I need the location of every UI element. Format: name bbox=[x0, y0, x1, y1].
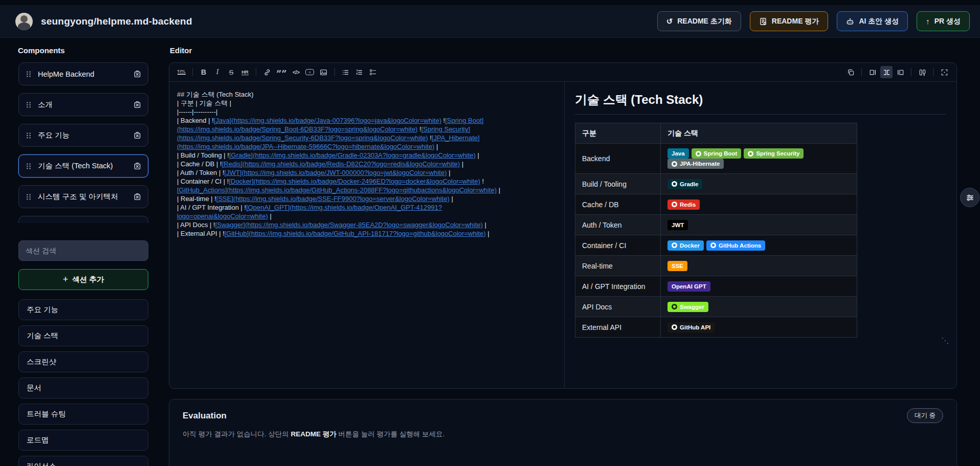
table-row: API Docs Swagger bbox=[575, 297, 857, 317]
layout-split-icon bbox=[883, 69, 890, 76]
bullet-list-button[interactable] bbox=[340, 66, 352, 78]
page-title: seungyong/helpme.md-backend bbox=[41, 16, 192, 27]
ordered-list-button[interactable] bbox=[353, 66, 366, 78]
drag-handle-icon[interactable] bbox=[26, 132, 32, 139]
table-row: Build / Tooling Gradle bbox=[575, 174, 857, 194]
horizontal-rule-button[interactable]: HR bbox=[239, 66, 251, 78]
template-item-label: 문서 bbox=[27, 383, 41, 393]
badge-java: Java bbox=[667, 148, 689, 159]
category-cell: Backend bbox=[575, 144, 661, 174]
table-row: External API GitHub API bbox=[575, 317, 857, 338]
bullet-list-icon bbox=[342, 69, 349, 76]
redis-icon bbox=[672, 202, 677, 207]
markdown-line: | API Docs | ![Swagger](https://img.shie… bbox=[177, 220, 556, 229]
badge-button[interactable]: = bbox=[304, 66, 316, 78]
code-button[interactable]: </> bbox=[290, 66, 302, 78]
layout-editor-only-button[interactable] bbox=[866, 66, 879, 78]
delete-section-icon[interactable] bbox=[133, 70, 142, 78]
template-item-label: 스크린샷 bbox=[27, 357, 56, 367]
editor-toolbar: TITL B I S HR ”” </> = bbox=[169, 63, 956, 82]
components-sidebar: Components HelpMe Backend 소개 bbox=[10, 38, 158, 466]
markdown-editor[interactable]: ## 기술 스택 (Tech Stack)| 구분 | 기술 스택 ||----… bbox=[169, 82, 564, 389]
badges-cell: GitHub API bbox=[661, 317, 857, 338]
badges-cell: JWT bbox=[661, 215, 857, 235]
delete-section-icon[interactable] bbox=[133, 192, 142, 201]
layout-split-button[interactable] bbox=[880, 66, 893, 78]
section-item[interactable]: 시스템 구조 및 아키텍처 bbox=[18, 185, 148, 208]
create-pr-button[interactable]: ↑ PR 생성 bbox=[917, 11, 970, 31]
template-item[interactable]: 문서 bbox=[18, 378, 148, 398]
preview-heading: 기술 스택 (Tech Stack) bbox=[575, 89, 946, 115]
section-item[interactable]: 소개 bbox=[18, 93, 148, 116]
header-actions: ↺ README 초기화 README 평가 AI 초안 생성 bbox=[657, 11, 970, 31]
swagger-icon bbox=[672, 304, 677, 309]
template-item[interactable]: 트러블 슈팅 bbox=[18, 404, 148, 425]
drag-handle-icon[interactable] bbox=[26, 193, 32, 201]
table-row: Cache / DB Redis bbox=[575, 194, 857, 215]
section-item[interactable]: 주요 기능 bbox=[18, 124, 148, 147]
badge-github-api: GitHub API bbox=[667, 322, 715, 332]
document-check-icon bbox=[759, 17, 767, 26]
drag-handle-icon[interactable] bbox=[26, 163, 32, 170]
resize-handle[interactable]: ⋱ bbox=[941, 336, 950, 345]
drag-handle-icon[interactable] bbox=[26, 71, 32, 78]
add-section-button[interactable]: + 섹션 추가 bbox=[18, 269, 148, 290]
settings-fab[interactable] bbox=[960, 188, 979, 207]
template-item[interactable]: 로드맵 bbox=[18, 430, 148, 451]
heading-button[interactable]: TITL bbox=[175, 66, 188, 78]
copy-button[interactable] bbox=[844, 66, 857, 78]
docker-icon bbox=[672, 242, 677, 248]
arrow-up-icon: ↑ bbox=[926, 17, 930, 25]
markdown-line: | External API | ![GitHub](https://img.s… bbox=[177, 229, 556, 238]
markdown-line: [GitHub_Actions](https://img.shields.io/… bbox=[177, 186, 556, 194]
task-list-button[interactable] bbox=[367, 66, 380, 78]
markdown-line: | Backend | ![Java](https://img.shields.… bbox=[177, 116, 556, 125]
readme-reset-button[interactable]: ↺ README 초기화 bbox=[657, 11, 741, 31]
link-button[interactable] bbox=[261, 66, 273, 78]
template-item[interactable]: 라이선스 bbox=[18, 456, 148, 466]
markdown-line: | 구분 | 기술 스택 | bbox=[177, 99, 556, 107]
badges-cell: DockerGitHub Actions bbox=[661, 235, 857, 256]
badges-cell: SSE bbox=[661, 256, 857, 276]
scroll-sync-button[interactable] bbox=[916, 66, 928, 78]
gradle-icon bbox=[672, 181, 677, 187]
toolbar-divider bbox=[911, 68, 911, 76]
markdown-line: (https://img.shields.io/badge/JPA--Hiber… bbox=[177, 142, 556, 151]
bold-button[interactable]: B bbox=[197, 66, 210, 78]
section-item[interactable]: HelpMe Backend bbox=[18, 62, 148, 85]
toolbar-divider bbox=[256, 68, 256, 76]
category-cell: Real-time bbox=[575, 256, 661, 276]
badges-cell: Redis bbox=[661, 194, 857, 215]
ai-draft-button[interactable]: AI 초안 생성 bbox=[837, 11, 908, 31]
readme-evaluate-button[interactable]: README 평가 bbox=[750, 11, 829, 31]
evaluation-panel: Evaluation 대기 중 아직 평가 결과가 없습니다. 상단의 READ… bbox=[169, 399, 957, 466]
hibernate-icon bbox=[672, 161, 677, 167]
italic-button[interactable]: I bbox=[211, 66, 224, 78]
section-item[interactable]: 기술 스택 (Tech Stack) bbox=[18, 154, 148, 177]
section-item-label: 기술 스택 (Tech Stack) bbox=[38, 161, 113, 171]
delete-section-icon[interactable] bbox=[133, 131, 142, 140]
markdown-line: | AI / GPT Integration | ![OpenAI_GPT](h… bbox=[177, 203, 556, 212]
strikethrough-button[interactable]: S bbox=[225, 66, 237, 78]
avatar bbox=[15, 13, 33, 30]
template-item[interactable]: 주요 기능 bbox=[18, 299, 148, 320]
layout-preview-only-button[interactable] bbox=[894, 66, 906, 78]
template-item[interactable]: 기술 스택 bbox=[18, 325, 148, 346]
template-item[interactable]: 스크린샷 bbox=[18, 351, 148, 372]
markdown-line: | Cache / DB | ![Redis](https://img.shie… bbox=[177, 160, 556, 168]
section-item-partial[interactable] bbox=[18, 216, 148, 223]
tech-stack-table: 구분 기술 스택 Backend JavaSpring BootSpring S… bbox=[575, 123, 857, 338]
fullscreen-button[interactable] bbox=[938, 66, 950, 78]
section-item-label: 시스템 구조 및 아키텍처 bbox=[38, 192, 118, 202]
quote-button[interactable]: ”” bbox=[275, 66, 288, 78]
delete-section-icon[interactable] bbox=[133, 162, 142, 170]
layout-preview-icon bbox=[897, 69, 904, 76]
image-button[interactable] bbox=[318, 66, 330, 78]
task-list-icon bbox=[369, 69, 377, 76]
section-search-input[interactable] bbox=[18, 240, 148, 261]
delete-section-icon[interactable] bbox=[133, 100, 142, 109]
markdown-line: (https://img.shields.io/badge/Spring_Sec… bbox=[177, 134, 556, 142]
drag-handle-icon[interactable] bbox=[26, 101, 32, 108]
badge-openai-gpt: OpenAI GPT bbox=[667, 281, 710, 292]
evaluation-title: Evaluation bbox=[183, 411, 227, 421]
